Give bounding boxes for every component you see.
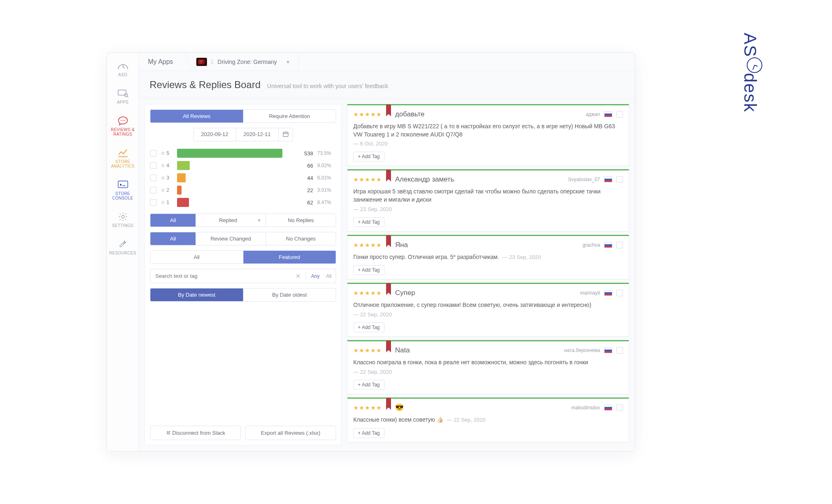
- add-tag-button[interactable]: + Add Tag: [353, 380, 384, 390]
- rating-percentage: 3.01%: [317, 187, 336, 193]
- review-author: Svyatoslav_07: [568, 177, 600, 182]
- rating-bar-track: [177, 173, 294, 182]
- svg-point-6: [121, 216, 124, 218]
- date-range-picker[interactable]: 2020-09-12 2020-12-11: [193, 128, 293, 141]
- rating-bar-track: [177, 161, 294, 170]
- review-select-checkbox[interactable]: [616, 290, 623, 296]
- gear-icon: [117, 212, 129, 222]
- search-mode-all[interactable]: All: [325, 273, 333, 279]
- review-card: ★★★★★ Nata ната.берсенева Классно поигра…: [347, 340, 629, 394]
- sidebar: ASO APPS REVIEWS & RATINGS STORE ANALYTI…: [107, 53, 139, 451]
- app-window: ASO APPS REVIEWS & RATINGS STORE ANALYTI…: [107, 52, 635, 452]
- feature-filter: All Featured: [150, 250, 336, 264]
- star-rating: ★★★★★: [353, 347, 382, 354]
- calendar-icon[interactable]: [278, 128, 293, 141]
- review-date: — 22 Sep, 2020: [447, 417, 485, 423]
- review-select-checkbox[interactable]: [616, 404, 623, 411]
- svg-rect-7: [283, 132, 288, 137]
- rating-bar-fill: [177, 149, 282, 158]
- add-tag-button[interactable]: + Add Tag: [353, 322, 384, 332]
- svg-point-3: [122, 120, 123, 121]
- sort-newest[interactable]: By Date newest: [150, 288, 243, 301]
- reply-replied[interactable]: Replied▾: [195, 214, 266, 227]
- page-title: Reviews & Replies Board: [150, 79, 261, 91]
- review-author: marinayit: [580, 290, 600, 296]
- change-nochange[interactable]: No Changes: [266, 232, 336, 245]
- search-mode-any[interactable]: Any: [309, 273, 321, 279]
- star-rating: ★★★★★: [353, 290, 382, 296]
- bookmark-ribbon-icon: [386, 170, 391, 179]
- rating-label: ☆ 1: [161, 200, 173, 205]
- line-chart-icon: [117, 148, 129, 158]
- reply-filter: All Replied▾ No Replies: [150, 213, 336, 227]
- review-select-checkbox[interactable]: [616, 347, 623, 354]
- review-title: добавьте: [395, 110, 425, 118]
- disconnect-slack-button[interactable]: Disconnect from Slack: [150, 426, 241, 440]
- svg-point-4: [124, 120, 125, 121]
- breadcrumb-app-selector[interactable]:  Driving Zone: Germany ▾: [184, 53, 299, 70]
- sidebar-item-label: ASO: [118, 73, 127, 77]
- review-title: Яна: [395, 241, 408, 249]
- review-author: maksdimidov: [571, 405, 600, 411]
- brand-logo: ASdesk: [740, 33, 762, 113]
- star-rating: ★★★★★: [353, 242, 382, 248]
- rating-filter-checkbox[interactable]: [150, 199, 157, 206]
- review-body: Игра хорошая 5 звёзд ставлю смотри сдела…: [353, 188, 623, 213]
- change-changed[interactable]: Review Changed: [195, 232, 266, 245]
- review-body: Гонки просто супер. Отличная игра. 5* ра…: [353, 253, 623, 261]
- add-tag-button[interactable]: + Add Tag: [353, 265, 384, 275]
- rating-filter-checkbox[interactable]: [150, 162, 157, 169]
- sidebar-item-settings[interactable]: SETTINGS: [107, 206, 139, 234]
- tab-require-attention[interactable]: Require Attention: [243, 110, 336, 123]
- rating-percentage: 6.01%: [317, 175, 336, 181]
- add-tag-button[interactable]: + Add Tag: [353, 217, 384, 227]
- review-date: — 22 Sep, 2020: [353, 368, 623, 376]
- wrench-icon: [117, 239, 129, 249]
- reply-noreplies[interactable]: No Replies: [266, 214, 336, 227]
- reply-all[interactable]: All: [150, 214, 195, 227]
- svg-rect-5: [118, 181, 127, 188]
- feature-featured[interactable]: Featured: [243, 251, 336, 263]
- rating-percentage: 73.5%: [317, 150, 336, 156]
- review-body: Добавьте в игру MB S W221/222 ( а то в н…: [353, 123, 623, 148]
- button-label: Disconnect from Slack: [172, 430, 225, 436]
- sidebar-item-store-analytics[interactable]: STORE ANALYTICS: [107, 142, 139, 174]
- change-all[interactable]: All: [150, 232, 195, 245]
- review-date: — 23 Sep, 2020: [353, 206, 623, 213]
- review-select-checkbox[interactable]: [616, 242, 623, 248]
- clear-search-icon[interactable]: ✕: [294, 272, 302, 280]
- bookmark-ribbon-icon: [386, 398, 391, 408]
- export-reviews-button[interactable]: Export all Reviews (.xlsx): [245, 426, 336, 440]
- review-select-checkbox[interactable]: [616, 176, 623, 183]
- review-select-checkbox[interactable]: [616, 111, 623, 118]
- rating-filter-checkbox[interactable]: [150, 150, 157, 157]
- feature-all[interactable]: All: [150, 251, 243, 263]
- add-tag-button[interactable]: + Add Tag: [353, 152, 384, 161]
- add-tag-button[interactable]: + Add Tag: [353, 428, 384, 438]
- breadcrumb-label: My Apps: [148, 58, 173, 66]
- review-card: ★★★★★ Супер marinayit Отличное приложени…: [347, 283, 629, 337]
- sidebar-item-apps[interactable]: APPS: [107, 83, 139, 110]
- breadcrumb-my-apps[interactable]: My Apps: [139, 53, 184, 70]
- rating-count: 44: [298, 175, 313, 181]
- tab-all-reviews[interactable]: All Reviews: [150, 110, 243, 123]
- sidebar-item-resources[interactable]: RESOURCES: [107, 234, 139, 261]
- date-from[interactable]: 2020-09-12: [194, 128, 236, 141]
- search-input[interactable]: [153, 269, 291, 283]
- svg-point-2: [120, 120, 121, 121]
- sort-oldest[interactable]: By Date oldest: [243, 288, 336, 301]
- rating-bar-track: [177, 149, 294, 158]
- rating-percentage: 8.47%: [317, 200, 336, 205]
- sidebar-item-store-console[interactable]: STORE CONSOLE: [107, 174, 139, 206]
- page-subtitle: Universal tool to work with your users' …: [267, 83, 388, 89]
- sidebar-item-label: APPS: [117, 100, 129, 104]
- sidebar-item-label: STORE ANALYTICS: [107, 159, 139, 168]
- date-to[interactable]: 2020-12-11: [236, 128, 278, 141]
- sidebar-item-reviews[interactable]: REVIEWS & RATINGS: [107, 110, 139, 142]
- review-author: ната.берсенева: [564, 347, 600, 353]
- sidebar-item-aso[interactable]: ASO: [107, 55, 139, 83]
- seg-label: Replied: [219, 217, 237, 223]
- review-card: ★★★★★ добавьте аджап Добавьте в игру MB …: [347, 104, 629, 166]
- rating-filter-checkbox[interactable]: [150, 175, 157, 181]
- rating-filter-checkbox[interactable]: [150, 187, 157, 193]
